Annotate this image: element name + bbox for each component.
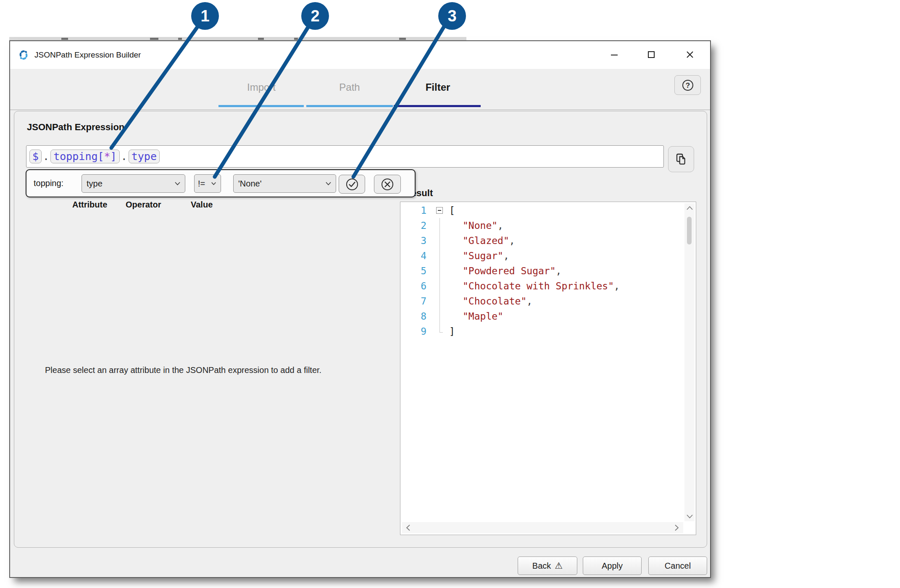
tab-path-underline bbox=[306, 105, 393, 107]
back-button[interactable]: Back ⚠ bbox=[518, 556, 577, 575]
close-icon bbox=[685, 50, 695, 59]
minimize-button[interactable] bbox=[605, 45, 624, 64]
fold-gutter bbox=[433, 278, 446, 294]
cancel-button[interactable]: Cancel bbox=[648, 556, 707, 575]
tab-path[interactable]: Path bbox=[324, 80, 375, 95]
x-circle-icon bbox=[380, 177, 395, 192]
tab-filter[interactable]: Filter bbox=[413, 80, 463, 95]
line-text: "Glazed" bbox=[449, 235, 509, 246]
line-text: [ bbox=[449, 205, 455, 216]
callout-1-number: 1 bbox=[200, 7, 209, 25]
help-icon: ? bbox=[681, 79, 695, 92]
line-number: 7 bbox=[400, 296, 430, 307]
copy-expression-button[interactable] bbox=[668, 146, 694, 172]
screenshot-stage: JSONPath Expression Builder Import bbox=[0, 0, 900, 588]
filter-value-value: 'None' bbox=[238, 179, 261, 189]
window-title: JSONPath Expression Builder bbox=[34, 41, 141, 69]
background-window-artifact bbox=[61, 38, 68, 40]
token-property[interactable]: type bbox=[129, 150, 160, 163]
line-number: 3 bbox=[400, 235, 430, 246]
fold-gutter bbox=[433, 309, 446, 324]
token-array-star: * bbox=[104, 150, 111, 163]
result-code-line: 9 ] bbox=[400, 324, 683, 339]
line-suffix: , bbox=[556, 265, 562, 276]
tab-path-label: Path bbox=[339, 81, 360, 93]
line-number: 5 bbox=[400, 265, 430, 276]
result-code: 1 [ 2 "None", 3 "Glazed", 4 "Sugar", 5 "… bbox=[400, 203, 683, 339]
scroll-right-icon[interactable] bbox=[674, 524, 679, 531]
background-window-artifact bbox=[150, 38, 158, 40]
line-suffix: , bbox=[503, 250, 509, 261]
fold-gutter bbox=[433, 248, 446, 263]
callout-3-number: 3 bbox=[447, 7, 456, 25]
scroll-left-icon[interactable] bbox=[406, 524, 411, 531]
svg-text:?: ? bbox=[685, 81, 689, 89]
result-code-line: 8 "Maple" bbox=[400, 309, 683, 324]
result-panel[interactable]: 1 [ 2 "None", 3 "Glazed", 4 "Sugar", 5 "… bbox=[400, 202, 696, 535]
result-code-line: 5 "Powdered Sugar", bbox=[400, 263, 683, 278]
filter-operator-dropdown[interactable]: != bbox=[194, 174, 221, 193]
fold-gutter bbox=[433, 324, 446, 339]
result-code-line: 1 [ bbox=[400, 203, 683, 218]
line-text: "Powdered Sugar" bbox=[449, 265, 556, 276]
background-window-artifact bbox=[178, 38, 182, 40]
callout-3: 3 bbox=[438, 2, 466, 30]
token-dot: . bbox=[120, 150, 128, 163]
tabs-divider-line bbox=[10, 110, 710, 110]
vertical-scrollbar-thumb[interactable] bbox=[687, 217, 692, 244]
filter-confirm-button[interactable] bbox=[339, 175, 365, 194]
fold-gutter bbox=[433, 263, 446, 278]
token-array-segment[interactable]: topping[*] bbox=[50, 150, 120, 163]
hint-message: Please select an array attribute in the … bbox=[45, 365, 321, 375]
line-number: 6 bbox=[400, 281, 430, 291]
token-array-pre: topping[ bbox=[53, 150, 104, 163]
scroll-down-icon[interactable] bbox=[684, 514, 695, 519]
close-button[interactable] bbox=[681, 45, 699, 64]
background-window-artifact bbox=[294, 38, 298, 40]
line-text: "None" bbox=[449, 220, 497, 231]
line-text: ] bbox=[449, 326, 455, 337]
token-root[interactable]: $ bbox=[29, 150, 42, 163]
fold-collapse-icon[interactable] bbox=[436, 207, 443, 214]
line-text: "Maple" bbox=[449, 311, 503, 322]
result-code-line: 6 "Chocolate with Sprinkles", bbox=[400, 278, 683, 294]
help-button[interactable]: ? bbox=[674, 75, 701, 95]
titlebar[interactable]: JSONPath Expression Builder bbox=[10, 41, 710, 69]
expression-section-label: JSONPath Expression bbox=[27, 122, 124, 133]
chevron-down-icon bbox=[211, 182, 216, 186]
header-attribute: Attribute bbox=[72, 200, 107, 210]
chevron-down-icon bbox=[174, 181, 181, 186]
warning-icon: ⚠ bbox=[555, 561, 563, 571]
line-text: "Chocolate with Sprinkles" bbox=[449, 281, 614, 291]
back-button-label: Back bbox=[532, 561, 551, 571]
scroll-up-icon[interactable] bbox=[684, 206, 695, 210]
result-code-line: 4 "Sugar", bbox=[400, 248, 683, 263]
line-suffix: , bbox=[497, 220, 503, 231]
vertical-scrollbar[interactable] bbox=[684, 203, 695, 521]
result-code-line: 3 "Glazed", bbox=[400, 233, 683, 248]
filter-cancel-button[interactable] bbox=[374, 175, 401, 194]
line-text: "Sugar" bbox=[449, 250, 503, 261]
minimize-icon bbox=[610, 50, 619, 59]
filter-value-dropdown[interactable]: 'None' bbox=[233, 174, 336, 193]
filter-row: topping: type != 'None' bbox=[26, 169, 416, 197]
tab-filter-label: Filter bbox=[426, 81, 450, 93]
token-array-post: ] bbox=[111, 150, 117, 163]
filter-operator-value: != bbox=[198, 179, 205, 189]
maximize-button[interactable] bbox=[642, 45, 661, 64]
tab-import[interactable]: Import bbox=[232, 80, 291, 95]
apply-button[interactable]: Apply bbox=[583, 556, 642, 575]
header-value: Value bbox=[191, 200, 213, 210]
filter-attribute-dropdown[interactable]: type bbox=[82, 174, 185, 193]
chevron-down-icon bbox=[325, 181, 332, 186]
line-suffix: , bbox=[526, 296, 532, 307]
apply-button-label: Apply bbox=[602, 561, 623, 571]
jsonpath-expression-input[interactable]: $ . topping[*] . type bbox=[26, 145, 664, 168]
tab-filter-underline bbox=[394, 105, 481, 107]
background-window-artifact bbox=[399, 38, 406, 40]
check-circle-icon bbox=[345, 177, 360, 192]
horizontal-scrollbar[interactable] bbox=[402, 522, 683, 533]
header-operator: Operator bbox=[126, 200, 161, 210]
line-number: 2 bbox=[400, 220, 430, 231]
filter-scope-label: topping: bbox=[34, 178, 63, 188]
